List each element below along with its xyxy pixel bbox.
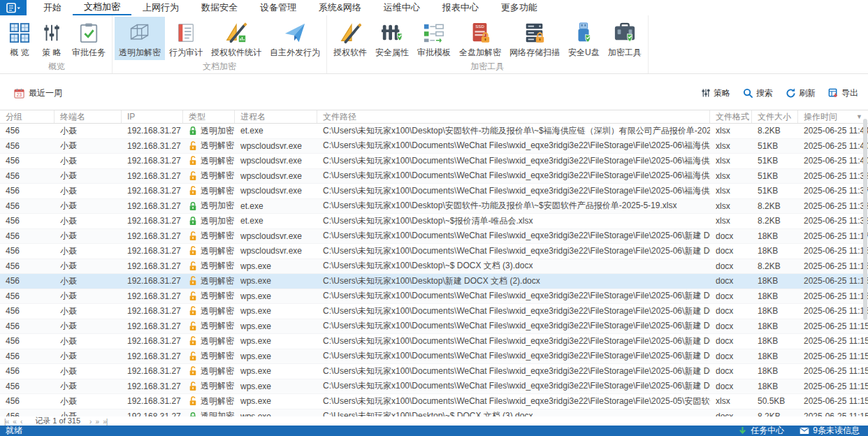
app-menu-button[interactable] [0, 0, 27, 15]
export-button[interactable]: 导出 [828, 87, 858, 99]
menu-tab-report-center[interactable]: 报表中心 [431, 0, 490, 15]
cell-g: 456 [0, 214, 55, 228]
approval-template-button[interactable]: 审批模板 [413, 17, 455, 60]
cell-path: C:\Users\未知玩家x100\Documents\WeChat Files… [317, 349, 710, 364]
table-row[interactable]: 456小聂192.168.31.27透明解密wpscloudsvr.exeC:\… [0, 139, 868, 154]
table-row[interactable]: 456小聂192.168.31.27透明解密wps.exeC:\Users\未知… [0, 364, 868, 379]
table-row[interactable]: 456小聂192.168.31.27透明解密wps.exeC:\Users\未知… [0, 379, 868, 395]
prev-fast-button[interactable]: ‹‹ [13, 418, 16, 426]
cell-path: C:\Users\未知玩家x100\Documents\WeChat Files… [317, 394, 710, 409]
self-outgoing-behavior-button[interactable]: 自主外发行为 [266, 17, 324, 60]
table-row[interactable]: 456小聂192.168.31.27透明解密wpscloudsvr.exeC:\… [0, 169, 868, 184]
cell-g: 456 [0, 184, 55, 198]
next-page-button[interactable]: › [89, 418, 91, 426]
menu-tab-data-security[interactable]: 数据安全 [190, 0, 249, 15]
table-row[interactable]: 456小聂192.168.31.27透明解密wps.exeC:\Users\未知… [0, 334, 868, 349]
last-page-button[interactable]: ››| [103, 418, 107, 426]
security-properties-button[interactable]: 安全属性 [371, 17, 413, 60]
column-header-label: 文件路径 [323, 111, 356, 123]
status-bar: 就绪 任务中心 9条未读信息 [0, 426, 868, 436]
full-disk-encryption-button[interactable]: SSD全盘加解密 [455, 17, 505, 60]
search-icon [743, 88, 753, 99]
table-row[interactable]: 456小聂192.168.31.27透明解密wps.exeC:\Users\未知… [0, 289, 868, 305]
cell-fmt: docx [710, 319, 752, 334]
cell-fmt: docx [710, 229, 752, 244]
network-storage-scan-button[interactable]: 网络存储扫描 [505, 17, 564, 60]
column-header-t[interactable]: 终端名 [55, 110, 122, 123]
table-row[interactable]: 456小聂192.168.31.27透明加密et.exeC:\Users\未知玩… [0, 124, 868, 139]
type-label: 透明解密 [201, 320, 234, 332]
ribbon-group-buttons: 概 览策 略审批任务 [3, 17, 110, 60]
column-header-label: IP [127, 112, 135, 122]
menu-tab-home[interactable]: 开始 [32, 0, 73, 15]
date-filter[interactable]: 23 最近一周 [14, 87, 62, 99]
table-row[interactable]: 456小聂192.168.31.27透明解密wps.exeC:\Users\未知… [0, 259, 868, 275]
policy-button[interactable]: 策 略 [36, 17, 68, 60]
table-row[interactable]: 456小聂192.168.31.27透明加密wps.exeC:\Users\未知… [0, 409, 868, 417]
cell-g: 456 [0, 139, 55, 154]
authorized-software-button[interactable]: 授权软件 [329, 17, 371, 60]
menu-tab-device-management[interactable]: 设备管理 [249, 0, 308, 15]
cell-ip: 192.168.31.27 [122, 289, 183, 304]
table-row[interactable]: 456小聂192.168.31.27透明解密wpscloudsvr.exeC:\… [0, 154, 868, 169]
menu-tab-doc-encryption[interactable]: 文档加密 [73, 0, 131, 15]
table-row[interactable]: 456小聂192.168.31.27透明解密wps.exeC:\Users\未知… [0, 349, 868, 365]
policy-small-icon [701, 88, 711, 98]
menu-tab-system-network[interactable]: 系统&网络 [308, 0, 372, 15]
secure-usb-button[interactable]: 安全U盘 [564, 17, 604, 60]
envelope-icon [800, 427, 809, 435]
pager-left-buttons: |‹‹‹‹‹ [4, 417, 26, 426]
table-row[interactable]: 456小聂192.168.31.27透明解密wps.exeC:\Users\未知… [0, 274, 868, 289]
column-header-p[interactable]: 进程名 [235, 110, 317, 123]
table-row[interactable]: 456小聂192.168.31.27透明解密wps.exeC:\Users\未知… [0, 304, 868, 319]
paper-plane-icon [284, 20, 306, 46]
cell-ip: 192.168.31.27 [122, 259, 183, 274]
table-header: 分组终端名IP类型进程名文件路径文件格式文件大小操作时间▼ [0, 110, 868, 124]
cell-type: 透明解密 [183, 349, 235, 364]
first-page-button[interactable]: |‹‹ [4, 418, 8, 426]
cell-p: wps.exe [235, 364, 317, 379]
behavior-audit-button[interactable]: 行为审计 [165, 17, 207, 60]
vertical-scrollbar-thumb[interactable] [863, 119, 867, 320]
next-fast-button[interactable]: ›› [95, 418, 99, 426]
unread-messages-button[interactable]: 9条未读信息 [800, 425, 860, 436]
column-header-path[interactable]: 文件路径 [317, 110, 710, 123]
search-button[interactable]: 搜索 [743, 87, 773, 99]
cell-g: 456 [0, 364, 55, 379]
cell-type: 透明解密 [183, 139, 235, 154]
encryption-tools-button[interactable]: 加密工具 [604, 17, 646, 60]
table-row[interactable]: 456小聂192.168.31.27透明解密wpscloudsvr.exeC:\… [0, 244, 868, 259]
cell-path: C:\Users\未知玩家x100\Desktop\安固软件-功能及报价单\~$… [317, 199, 710, 214]
column-header-size[interactable]: 文件大小 [752, 110, 798, 123]
table-row[interactable]: 456小聂192.168.31.27透明加密et.exeC:\Users\未知玩… [0, 214, 868, 229]
lock-open-icon [189, 246, 197, 256]
table-row[interactable]: 456小聂192.168.31.27透明解密wps.exeC:\Users\未知… [0, 319, 868, 335]
transparent-encryption-button[interactable]: 透明加解密 [115, 17, 165, 60]
column-header-g[interactable]: 分组 [0, 110, 55, 123]
prev-page-button[interactable]: ‹ [20, 418, 22, 426]
refresh-button[interactable]: 刷新 [786, 87, 816, 99]
overview-button[interactable]: 概 览 [3, 17, 36, 60]
cell-size: 51KB [752, 184, 798, 198]
authorized-software-stats-button[interactable]: 授权软件统计 [207, 17, 266, 60]
table-row[interactable]: 456小聂192.168.31.27透明解密wpscloudsvr.exeC:\… [0, 229, 868, 245]
cell-t: 小聂 [55, 289, 122, 304]
policy-button[interactable]: 策略 [701, 87, 730, 99]
column-header-ip[interactable]: IP [122, 110, 183, 123]
approval-tasks-button[interactable]: 审批任务 [68, 17, 110, 60]
table-row[interactable]: 456小聂192.168.31.27透明加密et.exeC:\Users\未知玩… [0, 199, 868, 215]
table-row[interactable]: 456小聂192.168.31.27透明解密wps.exeC:\Users\未知… [0, 394, 868, 409]
clipboard-check-icon [78, 20, 99, 46]
column-header-time[interactable]: 操作时间▼ [798, 110, 868, 123]
cell-path: C:\Users\未知玩家x100\Documents\WeChat Files… [317, 244, 710, 259]
column-header-fmt[interactable]: 文件格式 [710, 110, 752, 123]
menu-tab-web-behavior[interactable]: 上网行为 [131, 0, 190, 15]
filter-dropdown-icon[interactable]: ▼ [856, 113, 862, 120]
menu-tab-ops-center[interactable]: 运维中心 [372, 0, 431, 15]
task-center-button[interactable]: 任务中心 [738, 425, 784, 436]
table-row[interactable]: 456小聂192.168.31.27透明解密wpscloudsvr.exeC:\… [0, 184, 868, 199]
menu-tab-more-features[interactable]: 更多功能 [490, 0, 549, 15]
cell-ip: 192.168.31.27 [122, 154, 183, 168]
cell-p: et.exe [235, 214, 317, 228]
column-header-type[interactable]: 类型 [183, 110, 235, 123]
